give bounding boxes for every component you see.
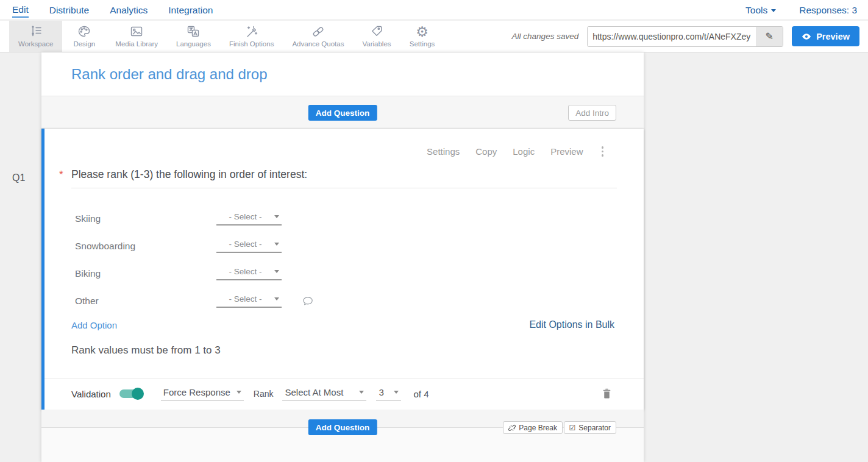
add-question-button[interactable]: Add Question	[308, 419, 377, 435]
tools-label: Tools	[745, 5, 767, 16]
question-number-label: Q1	[12, 172, 25, 183]
toolbar-right: All changes saved ✎ Preview	[512, 21, 868, 52]
comment-bubble-icon[interactable]	[302, 296, 313, 306]
toolbar-tab-advance-quotas[interactable]: Advance Quotas	[283, 21, 353, 52]
toolbar-tab-label: Workspace	[18, 40, 53, 48]
separator-label: Separator	[578, 424, 611, 432]
add-question-bar-top: Add Question Add Intro	[41, 96, 644, 129]
editor-toolbar: Workspace Design Media Library	[0, 21, 868, 52]
option-links-row: Add Option Edit Options in Bulk	[71, 319, 614, 330]
chevron-down-icon	[237, 391, 241, 394]
edit-url-button[interactable]: ✎	[756, 27, 783, 46]
add-question-bar-bottom: Add Question Page Break ☑ Separator	[41, 410, 644, 462]
validation-row: Validation Force Response Rank Select At…	[71, 378, 617, 410]
survey-url-input[interactable]	[588, 27, 756, 46]
responses-link[interactable]: Responses: 3	[799, 2, 857, 17]
save-status: All changes saved	[512, 32, 579, 41]
option-row: Other - Select -	[75, 287, 617, 315]
question-copy-button[interactable]: Copy	[475, 146, 497, 157]
force-response-value: Force Response	[163, 387, 234, 397]
rank-count-select[interactable]: 3	[376, 387, 401, 400]
toolbar-tab-label: Variables	[362, 40, 391, 48]
chevron-down-icon	[274, 270, 279, 273]
option-label[interactable]: Other	[75, 296, 216, 307]
rank-mode-select[interactable]: Select At Most	[282, 387, 366, 400]
chevron-down-icon	[274, 215, 279, 218]
rank-label: Rank	[254, 389, 274, 399]
toolbar-tabs: Workspace Design Media Library	[0, 21, 444, 52]
rank-hint-text: Rank values must be from 1 to 3	[71, 344, 221, 357]
preview-button[interactable]: Preview	[792, 26, 859, 46]
chevron-down-icon	[771, 9, 776, 12]
languages-icon	[186, 24, 201, 39]
rank-select[interactable]: - Select -	[216, 212, 282, 226]
chevron-down-icon	[394, 391, 399, 394]
design-icon	[77, 24, 91, 39]
add-intro-button[interactable]: Add Intro	[568, 105, 616, 121]
option-label[interactable]: Biking	[75, 268, 216, 279]
toolbar-tab-finish-options[interactable]: Finish Options	[220, 21, 283, 52]
rank-select[interactable]: - Select -	[216, 240, 282, 253]
survey-column: Rank order and drag and drop Add Questio…	[41, 52, 644, 462]
toolbar-tab-media-library[interactable]: Media Library	[106, 21, 167, 52]
of-total-label: of 4	[413, 389, 429, 399]
chevron-down-icon	[274, 243, 279, 246]
required-asterisk: *	[59, 168, 71, 181]
add-question-button[interactable]: Add Question	[308, 105, 377, 121]
toolbar-tab-label: Settings	[410, 40, 435, 48]
option-row: Snowboarding - Select -	[75, 232, 617, 260]
survey-title-section: Rank order and drag and drop	[41, 52, 644, 96]
media-library-icon	[129, 24, 144, 39]
question-text[interactable]: Please rank (1-3) the following in order…	[71, 168, 307, 181]
question-preview-button[interactable]: Preview	[550, 146, 583, 157]
toggle-knob	[132, 388, 144, 400]
nav-tab-edit[interactable]: Edit	[12, 2, 29, 18]
question-settings-button[interactable]: Settings	[427, 146, 460, 157]
toolbar-tab-label: Media Library	[115, 40, 158, 48]
delete-question-button[interactable]	[602, 388, 612, 399]
option-row: Biking - Select -	[75, 260, 617, 287]
toolbar-tab-workspace[interactable]: Workspace	[9, 21, 62, 52]
edit-options-in-bulk-link[interactable]: Edit Options in Bulk	[529, 319, 614, 330]
validation-label: Validation	[71, 389, 111, 399]
page-break-button[interactable]: Page Break	[503, 421, 563, 434]
workspace-area: Q1 Rank order and drag and drop Add Ques…	[0, 52, 868, 462]
chevron-down-icon	[274, 297, 279, 300]
nav-links: Edit Distribute Analytics Integration	[0, 2, 213, 18]
rank-select-value: - Select -	[219, 267, 272, 276]
toolbar-tab-languages[interactable]: Languages	[167, 21, 220, 52]
toolbar-tab-design[interactable]: Design	[62, 21, 106, 52]
nav-tab-analytics[interactable]: Analytics	[110, 2, 148, 17]
page-break-label: Page Break	[519, 424, 557, 432]
rank-select[interactable]: - Select -	[216, 294, 282, 308]
question-actions: Settings Copy Logic Preview	[427, 145, 606, 158]
nav-tab-integration[interactable]: Integration	[168, 2, 213, 17]
toolbar-tab-label: Advance Quotas	[292, 40, 344, 48]
question-card: Settings Copy Logic Preview * Please ran…	[41, 129, 644, 410]
rank-select-value: - Select -	[219, 212, 272, 221]
settings-icon: ⚙	[416, 24, 429, 39]
advance-quotas-icon	[311, 24, 326, 39]
tools-menu[interactable]: Tools	[745, 2, 776, 17]
question-logic-button[interactable]: Logic	[513, 146, 535, 157]
toolbar-tab-settings[interactable]: ⚙ Settings	[400, 21, 444, 52]
survey-title[interactable]: Rank order and drag and drop	[71, 66, 268, 83]
force-response-select[interactable]: Force Response	[161, 387, 244, 400]
nav-right: Tools Responses: 3	[745, 2, 868, 17]
validation-toggle[interactable]	[119, 389, 142, 398]
more-options-icon[interactable]	[599, 145, 607, 158]
nav-tab-distribute[interactable]: Distribute	[49, 2, 89, 17]
workspace-icon	[29, 24, 43, 39]
rank-select-value: - Select -	[219, 240, 272, 249]
page-break-icon	[508, 424, 516, 432]
toolbar-tab-variables[interactable]: Variables	[353, 21, 400, 52]
eye-icon	[802, 33, 811, 40]
rank-count-value: 3	[379, 387, 391, 397]
toolbar-tab-label: Languages	[176, 40, 211, 48]
question-text-row: * Please rank (1-3) the following in ord…	[59, 168, 617, 181]
add-option-link[interactable]: Add Option	[71, 320, 117, 330]
option-label[interactable]: Snowboarding	[75, 241, 216, 252]
option-label[interactable]: Skiing	[75, 213, 216, 224]
rank-select[interactable]: - Select -	[216, 267, 282, 280]
separator-button[interactable]: ☑ Separator	[564, 421, 616, 434]
